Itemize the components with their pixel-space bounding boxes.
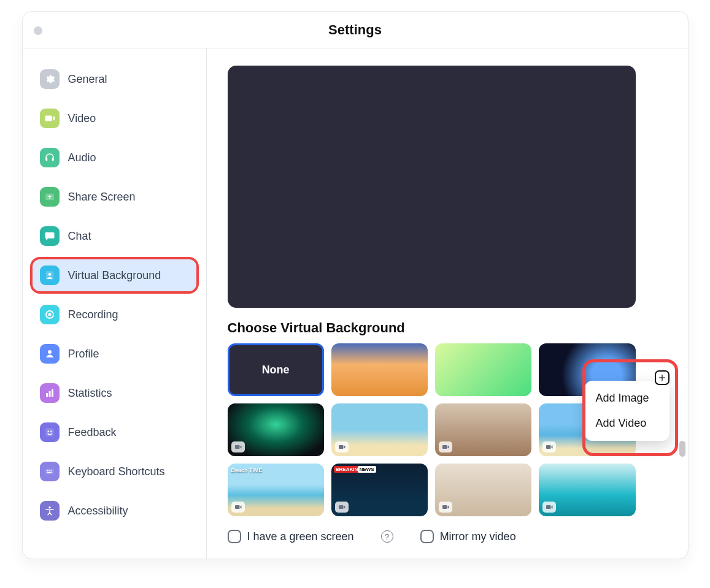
sidebar-item-profile[interactable]: Profile [33,338,196,370]
window-title: Settings [328,22,382,38]
add-video-option[interactable]: Add Video [585,411,669,436]
background-thumb-room[interactable] [435,403,531,456]
background-thumb-beachtime[interactable]: Beach TIME [228,464,324,516]
svg-rect-7 [48,391,50,397]
sidebar-item-label: General [68,73,107,86]
plus-icon [658,373,666,382]
svg-rect-8 [52,389,53,397]
svg-point-10 [47,430,48,432]
sidebar-item-label: Share Screen [68,191,136,204]
svg-point-17 [48,506,50,508]
background-thumb-none[interactable]: None [228,343,324,396]
sidebar-item-video[interactable]: Video [33,102,196,134]
svg-point-4 [48,313,51,316]
settings-window: Settings GeneralVideoAudioShare ScreenCh… [22,11,689,559]
svg-rect-9 [45,428,54,437]
video-badge-icon [439,502,452,513]
headphones-icon [40,148,60,167]
titlebar: Settings [23,12,688,48]
help-icon[interactable]: ? [381,530,393,543]
sidebar-item-feedback[interactable]: Feedback [33,416,196,448]
checkbox-icon [420,530,434,543]
background-thumb-aurora[interactable] [228,403,324,456]
sidebar-item-label: Virtual Background [68,269,161,282]
background-grid: NoneBeach TIMEBREAKINGNEWS [228,343,636,516]
options-row: I have a green screen ? Mirror my video [228,525,667,547]
background-thumb-couch[interactable] [539,464,635,516]
mirror-video-label: Mirror my video [440,530,516,543]
thumb-overlay-text: Beach TIME [231,467,263,473]
svg-rect-13 [47,470,48,472]
svg-point-2 [48,273,51,276]
settings-sidebar: GeneralVideoAudioShare ScreenChatVirtual… [23,48,207,559]
window-controls[interactable] [34,26,42,35]
sidebar-item-label: Statistics [68,387,112,400]
svg-rect-15 [50,470,52,472]
chat-icon [40,226,60,246]
sidebar-item-label: Recording [68,308,118,321]
background-thumb-grass[interactable] [435,343,531,396]
svg-rect-12 [45,469,54,475]
add-image-option[interactable]: Add Image [585,386,669,411]
scrollbar-thumb[interactable] [679,441,685,457]
svg-rect-14 [48,470,50,472]
smile-icon [40,422,60,442]
person-icon [40,344,60,364]
add-background-button[interactable] [655,370,669,385]
svg-rect-16 [47,472,52,473]
green-screen-checkbox[interactable]: I have a green screen [228,530,354,543]
accessibility-icon [40,501,60,521]
video-badge-icon [542,502,556,513]
sidebar-item-label: Accessibility [68,505,128,517]
sidebar-item-chat[interactable]: Chat [33,220,196,252]
window-close-icon[interactable] [34,26,42,35]
thumb-overlay-text: NEWS [358,466,376,473]
mirror-video-checkbox[interactable]: Mirror my video [420,530,516,543]
video-badge-icon [231,502,245,513]
background-thumb-news[interactable]: BREAKINGNEWS [331,464,428,516]
settings-body: GeneralVideoAudioShare ScreenChatVirtual… [23,48,688,559]
add-menu-popover: Add Image Add Video [585,381,669,441]
video-preview [228,66,636,308]
sidebar-item-shortcut[interactable]: Keyboard Shortcuts [33,456,196,487]
green-screen-label: I have a green screen [247,530,354,543]
section-header: Choose Virtual Background [228,320,667,336]
section-title: Choose Virtual Background [228,320,405,336]
sidebar-item-share[interactable]: Share Screen [33,181,196,213]
sidebar-item-rec[interactable]: Recording [33,299,196,330]
gear-icon [40,69,60,89]
sidebar-item-label: Audio [68,151,96,164]
share-screen-icon [40,187,60,207]
background-thumb-palm[interactable] [331,403,428,456]
sidebar-item-general[interactable]: General [33,63,196,95]
settings-main: Choose Virtual Background NoneBeach TIME… [207,48,688,559]
background-thumb-bridge[interactable] [331,343,428,396]
video-badge-icon [335,441,349,452]
bars-icon [40,383,60,403]
video-icon [40,109,60,128]
video-badge-icon [335,502,349,513]
sidebar-item-vbg[interactable]: Virtual Background [33,259,196,291]
sidebar-item-label: Feedback [68,426,117,439]
svg-rect-6 [46,393,48,397]
keyboard-icon [40,462,60,481]
sidebar-item-stats[interactable]: Statistics [33,377,196,409]
video-badge-icon [231,441,245,452]
sidebar-item-label: Keyboard Shortcuts [68,465,165,478]
svg-point-5 [48,350,52,354]
checkbox-icon [228,530,241,543]
none-label: None [262,364,290,376]
portrait-icon [40,265,60,285]
video-badge-icon [542,441,556,452]
video-badge-icon [439,441,452,452]
sidebar-item-audio[interactable]: Audio [33,142,196,174]
record-icon [40,305,60,324]
sidebar-item-label: Video [68,112,96,125]
sidebar-item-a11y[interactable]: Accessibility [33,495,196,527]
svg-point-11 [50,430,52,432]
background-thumb-cafe[interactable] [435,464,531,516]
sidebar-item-label: Profile [68,348,99,361]
sidebar-item-label: Chat [68,230,91,243]
